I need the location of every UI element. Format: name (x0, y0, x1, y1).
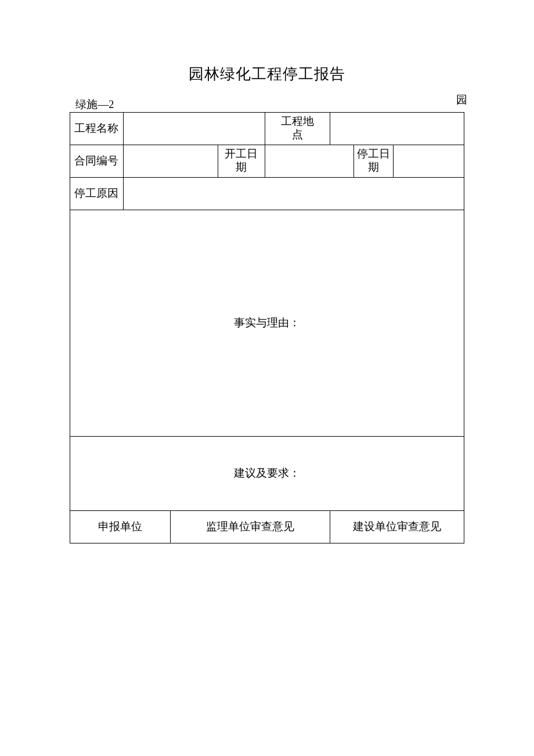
label-supervisor-opinion: 监理单位审查意见 (171, 511, 330, 543)
row-contract: 合同编号 开工日期 停工日期 (70, 145, 464, 178)
value-start-date[interactable] (265, 145, 354, 178)
label-stop-reason: 停工原因 (70, 178, 124, 210)
row-facts: 事实与理由： (70, 210, 464, 437)
label-contract-no: 合同编号 (70, 145, 124, 178)
label-facts: 事实与理由： (234, 316, 300, 329)
value-project-name[interactable] (123, 113, 265, 145)
value-contract-no[interactable] (123, 145, 218, 178)
row-project-name: 工程名称 工程地点 (70, 113, 464, 145)
document-page: 园林绿化工程停工报告 绿施—2 园 工程名称 工程地点 合同编号 开工日期 (0, 0, 534, 543)
value-stop-date[interactable] (393, 145, 464, 178)
row-stop-reason: 停工原因 (70, 178, 464, 210)
top-right-char: 园 (456, 92, 467, 107)
cell-suggestions[interactable]: 建议及要求： (70, 437, 464, 511)
label-owner-opinion: 建设单位审查意见 (330, 511, 464, 543)
row-units: 申报单位 监理单位审查意见 建设单位审查意见 (70, 511, 464, 543)
label-project-name: 工程名称 (70, 113, 124, 145)
label-reporting-unit: 申报单位 (70, 511, 171, 543)
form-table: 工程名称 工程地点 合同编号 开工日期 停工日期 停工原因 事实与理由： 建 (70, 112, 464, 543)
label-suggestions: 建议及要求： (234, 467, 300, 479)
value-project-location[interactable] (330, 113, 464, 145)
cell-facts[interactable]: 事实与理由： (70, 210, 464, 437)
header-row: 绿施—2 园 (70, 95, 464, 111)
label-stop-date: 停工日期 (353, 145, 393, 178)
label-project-location: 工程地点 (265, 113, 330, 145)
page-title: 园林绿化工程停工报告 (70, 64, 464, 84)
label-start-date: 开工日期 (218, 145, 265, 178)
row-suggestions: 建议及要求： (70, 437, 464, 511)
form-code: 绿施—2 (75, 97, 114, 112)
value-stop-reason[interactable] (123, 178, 464, 210)
